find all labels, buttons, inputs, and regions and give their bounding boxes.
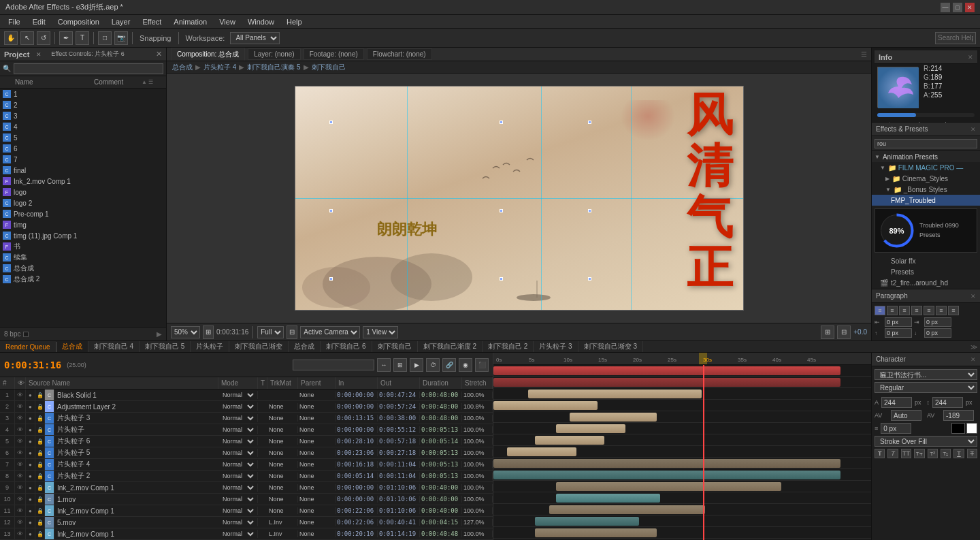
track-row[interactable] xyxy=(493,446,871,458)
layer-visibility[interactable]: 👁 xyxy=(15,401,26,412)
effects-menu-icon[interactable]: ✕ xyxy=(970,126,976,133)
align-right-btn[interactable]: ≡ xyxy=(899,306,910,315)
track-row[interactable] xyxy=(493,400,871,411)
tl-tool-4[interactable]: ⏱ xyxy=(426,358,440,372)
layer-mode[interactable]: Normal xyxy=(218,414,258,422)
fit-button[interactable]: ⊞ xyxy=(203,325,214,339)
film-magic-item[interactable]: ▼ 📁 FILM MAGIC PRO — xyxy=(872,162,980,173)
track-bar[interactable] xyxy=(556,424,625,433)
project-item[interactable]: Clogo 2 xyxy=(0,197,166,208)
menu-window[interactable]: Window xyxy=(242,16,280,27)
layer-solo[interactable]: ● xyxy=(26,390,35,400)
close-button[interactable]: ✕ xyxy=(965,3,975,12)
resolution-button[interactable]: ⊟ xyxy=(287,325,297,339)
sub-btn[interactable]: T₂ xyxy=(941,449,951,458)
project-search-input[interactable] xyxy=(14,63,163,74)
grid-button[interactable]: ⊞ xyxy=(821,325,834,339)
select-tool[interactable]: ↖ xyxy=(20,31,34,45)
project-item[interactable]: C4 xyxy=(0,121,166,132)
layer-mode[interactable]: Normal xyxy=(218,483,258,492)
menu-effect[interactable]: Effect xyxy=(137,16,167,27)
layer-solo[interactable]: ● xyxy=(26,401,35,412)
layer-solo[interactable]: ● xyxy=(26,436,35,447)
layer-mode[interactable]: Normal xyxy=(218,530,258,538)
layer-solo[interactable]: ● xyxy=(26,447,35,458)
layer-lock[interactable]: 🔒 xyxy=(35,528,45,539)
hand-tool[interactable]: ✋ xyxy=(4,31,18,45)
layer-visibility[interactable]: 👁 xyxy=(15,447,26,458)
camera-tool[interactable]: 📷 xyxy=(114,31,128,45)
shape-tool[interactable]: □ xyxy=(98,31,112,45)
layer-visibility[interactable]: 👁 xyxy=(15,413,26,424)
layer-mode[interactable]: Normal xyxy=(218,460,258,468)
layer-mode[interactable]: Normal xyxy=(218,402,258,411)
track-bar[interactable] xyxy=(493,471,840,479)
tl-layer[interactable]: 12 👁 ● 🔒 C 5.mov Normal L.Inv None 0:00:… xyxy=(0,517,493,528)
indent-left-input[interactable] xyxy=(885,317,912,327)
layer-mode[interactable]: Normal xyxy=(218,507,258,515)
bonus-styles-item[interactable]: ▼ 📁 _Bonus Styles xyxy=(872,184,980,195)
track-bar[interactable] xyxy=(556,482,782,491)
layer-solo[interactable]: ● xyxy=(26,494,35,505)
view-select[interactable]: 1 View xyxy=(363,326,398,338)
timeline-tab-10[interactable]: 刺下我自己 2 xyxy=(483,340,534,353)
font-style-select[interactable]: Regular xyxy=(875,382,977,393)
layer-solo[interactable]: ● xyxy=(26,413,35,424)
solar-ffx-item[interactable]: Solar ffx xyxy=(872,255,980,266)
menu-layer[interactable]: Layer xyxy=(106,16,136,27)
fill-color[interactable] xyxy=(951,423,965,434)
tab-flowchart[interactable]: Flowchart: (none) xyxy=(367,48,432,60)
layer-lock[interactable]: 🔒 xyxy=(35,494,45,505)
rotate-tool[interactable]: ↺ xyxy=(37,31,50,45)
tl-layer[interactable]: 1 👁 ● 🔒 C Black Solid 1 Normal None 0:00… xyxy=(0,390,493,401)
track-row[interactable] xyxy=(493,411,871,423)
tl-layer[interactable]: 9 👁 ● 🔒 C Ink_2.mov Comp 1 Normal None N… xyxy=(0,482,493,494)
expand-icon[interactable]: ▶ xyxy=(157,330,162,338)
animation-presets-group[interactable]: ▼ Animation Presets xyxy=(872,151,980,162)
layer-visibility[interactable]: 👁 xyxy=(15,482,26,493)
zoom-select[interactable]: 50% xyxy=(171,326,200,338)
comp-viewport[interactable]: 风清气正 朗朗乾坤 xyxy=(167,74,871,323)
para-menu-icon[interactable]: ✕ xyxy=(970,293,976,300)
tl-layer[interactable]: 4 👁 ● 🔒 C 片头粒子 Normal None None 0:00:00:… xyxy=(0,424,493,436)
track-row[interactable] xyxy=(493,469,871,481)
track-row[interactable] xyxy=(493,492,871,504)
layer-visibility[interactable]: 👁 xyxy=(15,517,26,528)
track-bar[interactable] xyxy=(535,528,657,537)
strike-btn[interactable]: T xyxy=(967,449,977,458)
layer-solo[interactable]: ● xyxy=(26,505,35,516)
tl-layer[interactable]: 5 👁 ● 🔒 C 片头粒子 6 Normal None None 0:00:2… xyxy=(0,436,493,447)
layer-visibility[interactable]: 👁 xyxy=(15,494,26,505)
layer-mode[interactable]: Normal xyxy=(218,472,258,480)
layer-mode[interactable]: Normal xyxy=(218,495,258,503)
layer-solo[interactable]: ● xyxy=(26,517,35,528)
project-item[interactable]: F书 xyxy=(0,241,166,252)
layer-mode[interactable]: Normal xyxy=(218,518,258,526)
project-item[interactable]: Ctimg (11).jpg Comp 1 xyxy=(0,230,166,241)
align-last-right-btn[interactable]: ≡ xyxy=(948,306,959,315)
indent-right-input[interactable] xyxy=(924,317,951,327)
tl-search-input[interactable] xyxy=(293,360,374,370)
timeline-tab-active[interactable]: 总合成 xyxy=(56,340,88,353)
tab-layer[interactable]: Layer: (none) xyxy=(248,48,300,60)
layer-visibility[interactable]: 👁 xyxy=(15,390,26,400)
track-row[interactable] xyxy=(493,388,871,400)
layer-lock[interactable]: 🔒 xyxy=(35,436,45,447)
layer-lock[interactable]: 🔒 xyxy=(35,401,45,412)
track-bar[interactable] xyxy=(535,517,639,526)
align-left-btn[interactable]: ≡ xyxy=(875,306,885,315)
track-row[interactable] xyxy=(493,434,871,446)
tl-layer[interactable]: 2 👁 ● 🔒 C Adjustment Layer 2 Normal None… xyxy=(0,401,493,413)
tl-tool-2[interactable]: ⊞ xyxy=(393,358,407,372)
fire-item-1[interactable]: 🎬 t2_fire...around_hd xyxy=(872,277,980,288)
sel-handle-tl[interactable] xyxy=(329,121,333,124)
project-item[interactable]: C3 xyxy=(0,110,166,121)
track-row[interactable] xyxy=(493,377,871,388)
track-bar[interactable] xyxy=(507,447,576,456)
smallcaps-btn[interactable]: Tᴛ xyxy=(914,449,924,458)
timeline-tab-2[interactable]: 刺下我自己 4 xyxy=(88,340,140,353)
layer-lock[interactable]: 🔒 xyxy=(35,424,45,435)
fmp-troubled-item[interactable]: FMP_Troubled xyxy=(872,195,980,206)
track-bar[interactable] xyxy=(570,413,657,422)
align-full-btn[interactable]: ≡ xyxy=(924,306,934,315)
